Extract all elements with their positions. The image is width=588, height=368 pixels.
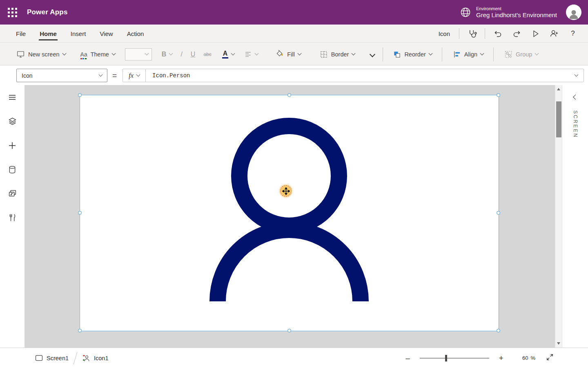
insert-plus-icon xyxy=(8,141,16,150)
menu-view[interactable]: View xyxy=(93,25,120,43)
theme-icon: Aa xyxy=(80,51,87,58)
fill-label: Fill xyxy=(287,51,295,58)
zoom-out-button[interactable]: – xyxy=(403,354,412,363)
align-button[interactable]: Align xyxy=(449,45,488,63)
play-icon xyxy=(531,29,540,38)
environment-label: Environment xyxy=(476,6,557,11)
globe-icon xyxy=(460,7,471,18)
media-button[interactable] xyxy=(0,182,24,206)
resize-handle-bottom-right[interactable] xyxy=(497,329,500,332)
menu-bar: File Home Insert View Action Icon xyxy=(0,25,588,43)
insert-button[interactable] xyxy=(0,133,24,157)
scrollbar-down-arrow-icon[interactable] xyxy=(557,342,560,345)
help-button[interactable]: ? xyxy=(564,25,582,43)
scrollbar-thumb[interactable] xyxy=(556,101,561,137)
share-app-button[interactable] xyxy=(545,25,564,43)
vertical-scrollbar[interactable] xyxy=(555,85,562,348)
new-screen-label: New screen xyxy=(28,51,60,58)
undo-button[interactable] xyxy=(488,25,507,43)
border-button[interactable]: Border xyxy=(316,45,359,63)
fx-button[interactable]: fx xyxy=(123,69,146,82)
zoom-in-button[interactable]: + xyxy=(497,354,506,363)
reorder-icon xyxy=(393,50,401,58)
resize-handle-top-right[interactable] xyxy=(497,93,500,97)
ribbon-group-divider xyxy=(493,47,494,61)
tree-view-button[interactable] xyxy=(0,109,24,133)
screen1-tab[interactable]: Screen1 xyxy=(29,348,74,368)
resize-handle-top-center[interactable] xyxy=(287,93,291,97)
icon1-tab-label: Icon1 xyxy=(94,355,108,361)
zoom-slider[interactable] xyxy=(420,354,489,362)
resize-handle-bottom-left[interactable] xyxy=(78,329,82,332)
formula-bar: Icon = fx Icon.Person xyxy=(0,66,588,85)
advanced-tools-button[interactable] xyxy=(0,206,24,230)
font-color-button[interactable]: A xyxy=(222,50,235,58)
menu-insert[interactable]: Insert xyxy=(64,25,93,43)
resize-handle-top-left[interactable] xyxy=(78,93,82,97)
canvas-area[interactable] xyxy=(24,85,555,348)
screen1-canvas[interactable] xyxy=(80,95,499,331)
chevron-down-icon xyxy=(255,52,259,56)
data-sources-button[interactable] xyxy=(0,157,24,182)
icon-control-glyph xyxy=(82,354,90,362)
zoom-slider-track[interactable] xyxy=(420,358,489,359)
chevron-down-icon xyxy=(99,73,103,77)
reorder-button[interactable]: Reorder xyxy=(389,45,436,63)
person-icon[interactable] xyxy=(80,95,499,331)
app-checker-button[interactable] xyxy=(463,25,481,43)
expand-formula-chevron-icon[interactable] xyxy=(575,73,579,77)
zoom-slider-thumb[interactable] xyxy=(445,355,447,361)
menu-action[interactable]: Action xyxy=(120,25,151,43)
formula-field: fx Icon.Person xyxy=(122,69,584,82)
menu-home[interactable]: Home xyxy=(33,25,64,43)
redo-button[interactable] xyxy=(507,25,526,43)
waffle-menu-button[interactable] xyxy=(0,0,24,25)
collapse-chevron-icon xyxy=(573,94,578,100)
more-formatting-button[interactable] xyxy=(366,45,379,63)
status-bar: Screen1 Icon1 – + 60 % xyxy=(0,348,588,368)
underline-button: U xyxy=(191,51,196,58)
screen-tabs: Screen1 Icon1 xyxy=(29,348,114,368)
italic-button: / xyxy=(180,51,182,58)
fill-icon xyxy=(275,50,284,58)
icon1-tab[interactable]: Icon1 xyxy=(76,348,114,368)
ribbon-group-divider xyxy=(442,47,442,61)
environment-picker[interactable]: Environment Greg Lindhorst's Environment xyxy=(460,6,557,19)
stethoscope-icon xyxy=(468,29,477,38)
resize-handle-mid-right[interactable] xyxy=(497,211,500,215)
chevron-down-icon xyxy=(169,52,173,56)
right-panel-label: SCREEN xyxy=(572,110,578,138)
new-screen-button[interactable]: New screen xyxy=(12,45,70,63)
underline-label: U xyxy=(191,51,196,58)
media-icon xyxy=(8,189,17,198)
app-title: Power Apps xyxy=(27,8,68,16)
bold-button: B xyxy=(162,51,173,58)
move-cursor xyxy=(278,184,293,198)
menu-file[interactable]: File xyxy=(9,25,33,43)
fit-to-window-button[interactable] xyxy=(546,353,554,363)
resize-handle-bottom-center[interactable] xyxy=(287,329,291,332)
border-icon xyxy=(320,50,328,58)
theme-button[interactable]: Aa Theme xyxy=(76,45,119,63)
border-label: Border xyxy=(331,51,349,58)
fill-button[interactable]: Fill xyxy=(271,45,305,63)
preview-play-button[interactable] xyxy=(526,25,545,43)
fit-to-window-icon xyxy=(546,353,554,361)
resize-handle-mid-left[interactable] xyxy=(78,211,82,215)
new-screen-icon xyxy=(16,50,25,58)
expand-panel-button[interactable] xyxy=(562,85,588,103)
collapse-nav-button[interactable] xyxy=(0,85,24,109)
hamburger-icon xyxy=(8,93,16,101)
divider xyxy=(485,28,485,39)
property-dropdown[interactable]: Icon xyxy=(16,69,107,82)
font-family-select xyxy=(125,48,152,61)
avatar-icon xyxy=(568,8,580,20)
tree-view-icon xyxy=(8,117,17,126)
scrollbar-up-arrow-icon[interactable] xyxy=(557,88,560,90)
chevron-down-icon xyxy=(111,52,116,56)
formula-input[interactable]: Icon.Person xyxy=(146,72,572,79)
avatar[interactable] xyxy=(566,4,581,20)
align-text-icon xyxy=(244,50,252,58)
chevron-down-icon xyxy=(297,52,301,56)
waffle-icon xyxy=(8,8,17,17)
